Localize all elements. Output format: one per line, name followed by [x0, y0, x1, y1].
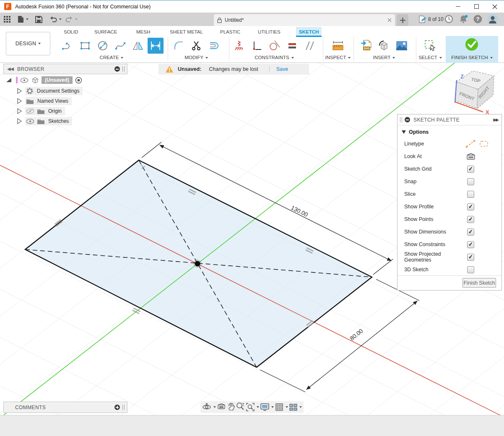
tangent-constraint-tool[interactable]	[267, 38, 283, 54]
browser-item-sketches[interactable]: Sketches	[17, 117, 72, 125]
tree-item-label[interactable]: Origin	[48, 108, 62, 114]
panel-collapse-icon[interactable]	[114, 66, 120, 72]
circle-tool[interactable]	[95, 38, 111, 54]
insert-mesh-tool[interactable]	[376, 38, 392, 54]
visibility-eye-icon[interactable]	[20, 78, 29, 83]
maximize-button[interactable]	[467, 0, 486, 13]
construction-line-icon[interactable]	[465, 140, 475, 148]
tab-utilities[interactable]: UTILITIES	[255, 27, 283, 37]
panel-grip[interactable]	[400, 117, 402, 122]
visibility-off-eye-icon[interactable]	[26, 108, 34, 114]
display-settings-icon[interactable]	[260, 403, 274, 411]
insert-svg-tool[interactable]: SVG	[359, 38, 374, 54]
workspace-selector[interactable]: DESIGN	[6, 32, 50, 55]
tab-sheet-metal[interactable]: SHEET METAL	[167, 27, 206, 37]
group-modify[interactable]: MODIFY	[168, 55, 225, 62]
schedule-clock-icon[interactable]	[444, 15, 453, 25]
rectangle-tool[interactable]	[77, 38, 93, 54]
collapsed-arrow-icon[interactable]	[17, 118, 22, 124]
horizontal-vertical-constraint-tool[interactable]	[249, 38, 265, 54]
browser-root-row[interactable]: (Unsaved)	[6, 76, 82, 84]
expand-right-icon[interactable]: ▶▶	[494, 117, 498, 122]
show-dimensions-checkbox[interactable]	[467, 228, 474, 236]
orbit-icon[interactable]	[202, 403, 216, 411]
tab-sketch[interactable]: SKETCH	[296, 27, 322, 37]
fit-icon[interactable]	[246, 403, 259, 411]
mirror-tool[interactable]	[130, 38, 146, 54]
zoom-icon[interactable]	[236, 402, 244, 412]
show-points-checkbox[interactable]	[467, 216, 474, 223]
pan-icon[interactable]	[227, 402, 235, 412]
look-at-icon[interactable]	[466, 153, 475, 160]
save-link[interactable]: Save	[276, 66, 288, 72]
show-projected-geometries-checkbox[interactable]	[467, 254, 474, 261]
canvas-tool[interactable]	[394, 38, 410, 54]
help-icon[interactable]: ?	[473, 15, 482, 25]
close-button[interactable]	[486, 0, 504, 13]
tree-item-label[interactable]: Named Views	[37, 98, 68, 104]
collapse-left-icon[interactable]: ◀◀	[7, 66, 13, 72]
app-launcher-grid-icon[interactable]	[3, 14, 11, 24]
add-comment-icon[interactable]	[114, 405, 120, 410]
save-button[interactable]	[35, 14, 42, 24]
tab-mesh[interactable]: MESH	[133, 27, 153, 37]
offset-tool[interactable]	[206, 38, 222, 54]
3d-sketch-checkbox[interactable]	[467, 266, 474, 273]
tree-item-label[interactable]: Sketches	[48, 118, 69, 124]
activate-component-icon[interactable]	[75, 77, 82, 84]
show-profile-checkbox[interactable]	[467, 203, 474, 210]
options-section-header[interactable]: Options	[397, 127, 501, 137]
show-constraints-checkbox[interactable]	[467, 241, 474, 248]
tab-surface[interactable]: SURFACE	[91, 27, 120, 37]
panel-grip[interactable]	[122, 66, 125, 72]
group-insert[interactable]: INSERT	[353, 55, 415, 62]
collapsed-arrow-icon[interactable]	[17, 88, 22, 94]
finish-sketch-button[interactable]: FINISH SKETCH	[446, 36, 498, 63]
parallel-constraint-tool[interactable]	[302, 38, 318, 54]
comments-header[interactable]: COMMENTS	[3, 402, 127, 413]
redo-button[interactable]	[65, 14, 78, 24]
root-document-label[interactable]: (Unsaved)	[42, 76, 73, 84]
tab-solid[interactable]: SOLID	[61, 27, 81, 37]
centerline-icon[interactable]	[479, 140, 488, 148]
finish-sketch-palette-button[interactable]: Finish Sketch	[462, 278, 496, 288]
equal-constraint-tool[interactable]	[284, 38, 300, 54]
visibility-eye-icon[interactable]	[26, 119, 34, 124]
panel-grip[interactable]	[122, 405, 125, 410]
tab-close-icon[interactable]	[387, 18, 392, 22]
look-at-icon[interactable]	[217, 403, 226, 412]
trim-tool[interactable]	[189, 38, 205, 54]
browser-item-named-views[interactable]: Named Views	[17, 97, 72, 105]
minimize-button[interactable]	[449, 0, 467, 13]
group-inspect[interactable]: INSPECT	[323, 55, 353, 62]
browser-header[interactable]: ◀◀ BROWSER	[3, 64, 127, 74]
snap-checkbox[interactable]	[467, 178, 474, 185]
viewports-icon[interactable]	[289, 404, 302, 411]
origin-point[interactable]	[195, 261, 200, 267]
select-tool[interactable]	[422, 38, 438, 54]
sketch-grid-checkbox[interactable]	[467, 166, 474, 173]
collapsed-arrow-icon[interactable]	[17, 98, 22, 104]
line-tool[interactable]	[60, 38, 75, 54]
job-status-button[interactable]: 8 of 10	[418, 16, 444, 23]
grid-display-icon[interactable]	[275, 403, 288, 411]
undo-button[interactable]	[49, 14, 62, 24]
expanded-arrow-icon[interactable]	[6, 78, 12, 83]
document-tab[interactable]: Untitled*	[214, 14, 395, 26]
viewcube[interactable]: TOP FRONT RIGHT Z X	[440, 65, 503, 114]
group-select[interactable]: SELECT	[416, 55, 444, 62]
collapsed-arrow-icon[interactable]	[17, 108, 22, 114]
account-avatar[interactable]	[487, 14, 498, 26]
sketch-palette-header[interactable]: SKETCH PALETTE ▶▶	[397, 114, 501, 125]
browser-item-document-settings[interactable]: Document Settings	[17, 87, 83, 95]
file-menu-button[interactable]	[18, 14, 29, 24]
panel-collapse-icon[interactable]	[405, 117, 410, 122]
tree-item-label[interactable]: Document Settings	[37, 88, 79, 94]
fillet-tool[interactable]	[171, 38, 187, 54]
spline-tool[interactable]	[112, 38, 128, 54]
group-constraints[interactable]: CONSTRAINTS	[229, 55, 320, 62]
new-tab-button[interactable]	[397, 14, 408, 26]
sketch-dimension-tool[interactable]	[148, 38, 164, 54]
tab-plastic[interactable]: PLASTIC	[217, 27, 243, 37]
slice-checkbox[interactable]	[467, 191, 474, 198]
